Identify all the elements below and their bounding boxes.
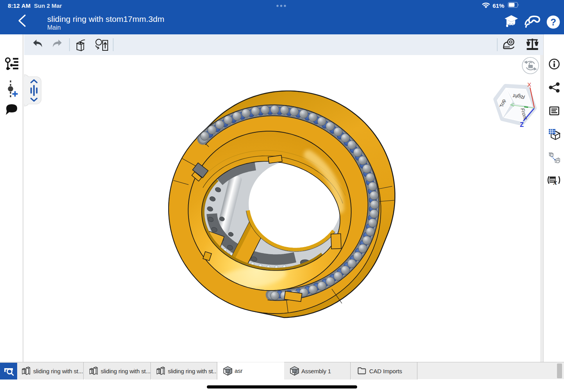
- svg-text:Z: Z: [520, 121, 524, 128]
- svg-text:X: X: [527, 81, 531, 88]
